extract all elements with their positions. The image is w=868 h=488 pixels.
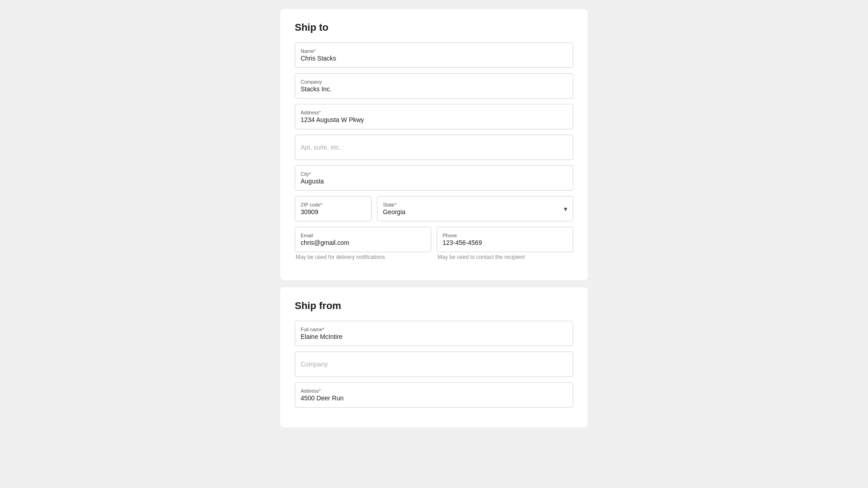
zip-field[interactable]: ZIP code* bbox=[295, 196, 372, 221]
email-phone-row: Email May be used for delivery notificat… bbox=[295, 227, 573, 266]
company-group: Company bbox=[295, 73, 573, 99]
email-field[interactable]: Email bbox=[295, 227, 431, 252]
company-input[interactable] bbox=[301, 85, 567, 93]
ship-from-section: Ship from Full name* bbox=[280, 287, 588, 427]
zip-state-row: ZIP code* State* Georgia Alabama Florid bbox=[295, 196, 573, 227]
ship-from-title: Ship from bbox=[295, 300, 573, 312]
address-label: Address* bbox=[301, 110, 567, 115]
address-required-marker: * bbox=[319, 110, 321, 115]
email-hint: May be used for delivery notifications bbox=[295, 254, 431, 260]
state-select[interactable]: Georgia Alabama Florida South Carolina T… bbox=[383, 208, 567, 216]
email-group: Email May be used for delivery notificat… bbox=[295, 227, 431, 260]
phone-group: Phone May be used to contact the recipie… bbox=[437, 227, 573, 260]
city-field[interactable]: City* bbox=[295, 165, 573, 191]
phone-input[interactable] bbox=[443, 239, 567, 246]
name-required-marker: * bbox=[314, 48, 316, 54]
name-label: Name* bbox=[301, 48, 567, 54]
address2-field[interactable] bbox=[295, 135, 573, 160]
from-address-input[interactable] bbox=[301, 394, 567, 402]
state-label: State* bbox=[383, 202, 567, 207]
address2-input[interactable] bbox=[301, 144, 567, 151]
from-address-group: Address* bbox=[295, 382, 573, 408]
fullname-group: Full name* bbox=[295, 321, 573, 346]
fullname-field[interactable]: Full name* bbox=[295, 321, 573, 346]
zip-group: ZIP code* bbox=[295, 196, 372, 221]
city-label: City* bbox=[301, 171, 567, 177]
zip-required-marker: * bbox=[321, 202, 322, 207]
phone-label: Phone bbox=[443, 233, 567, 238]
zip-label: ZIP code* bbox=[301, 202, 366, 207]
email-label: Email bbox=[301, 233, 425, 238]
fullname-input[interactable] bbox=[301, 333, 567, 340]
state-required-marker: * bbox=[395, 202, 396, 207]
company-field[interactable]: Company bbox=[295, 73, 573, 99]
phone-field[interactable]: Phone bbox=[437, 227, 573, 252]
fullname-required-marker: * bbox=[322, 327, 324, 332]
address-group: Address* bbox=[295, 104, 573, 129]
address-input[interactable] bbox=[301, 116, 567, 123]
name-input[interactable] bbox=[301, 55, 567, 62]
ship-to-title: Ship to bbox=[295, 22, 573, 33]
fullname-label: Full name* bbox=[301, 327, 567, 332]
zip-input[interactable] bbox=[301, 208, 366, 216]
from-address-label: Address* bbox=[301, 388, 567, 394]
from-company-field[interactable] bbox=[295, 352, 573, 377]
from-company-group bbox=[295, 352, 573, 377]
city-required-marker: * bbox=[309, 171, 311, 177]
name-group: Name* bbox=[295, 42, 573, 68]
state-group: State* Georgia Alabama Florida South Car… bbox=[377, 196, 573, 221]
from-address-required-marker: * bbox=[319, 388, 321, 394]
address2-group bbox=[295, 135, 573, 160]
city-input[interactable] bbox=[301, 178, 567, 185]
state-field[interactable]: State* Georgia Alabama Florida South Car… bbox=[377, 196, 573, 221]
from-company-input[interactable] bbox=[301, 361, 567, 368]
company-label: Company bbox=[301, 79, 567, 84]
from-address-field[interactable]: Address* bbox=[295, 382, 573, 408]
city-group: City* bbox=[295, 165, 573, 191]
email-input[interactable] bbox=[301, 239, 425, 246]
address-field[interactable]: Address* bbox=[295, 104, 573, 129]
name-field[interactable]: Name* bbox=[295, 42, 573, 68]
phone-hint: May be used to contact the recipient bbox=[437, 254, 573, 260]
ship-to-section: Ship to Name* Company bbox=[280, 9, 588, 280]
